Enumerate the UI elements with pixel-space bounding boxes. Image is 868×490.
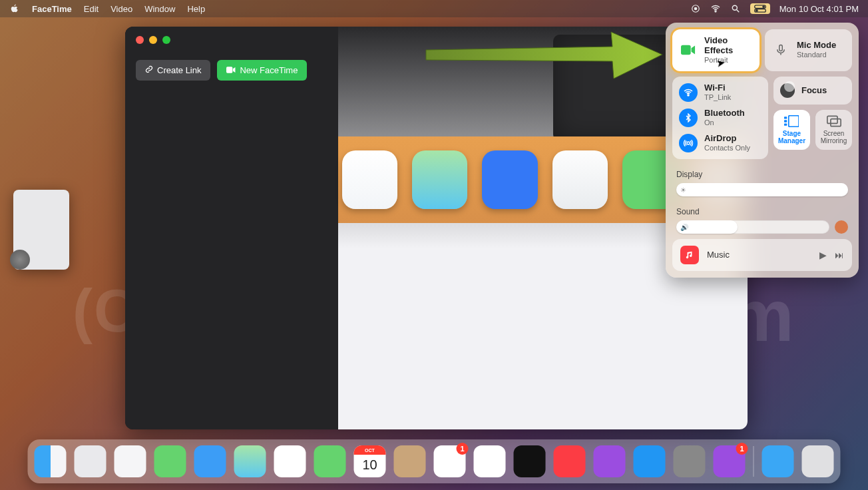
app-badge: 1: [736, 443, 748, 455]
wifi-icon: [679, 83, 698, 102]
apple-menu-icon[interactable]: [9, 3, 20, 14]
new-facetime-button[interactable]: New FaceTime: [217, 60, 307, 81]
music-card: Music ▶ ⏭: [672, 239, 852, 271]
window-controls: [136, 36, 170, 44]
screen-mirroring-tile[interactable]: ScreenMirroring: [815, 110, 852, 150]
wifi-title: Wi-Fi: [704, 83, 731, 93]
svg-rect-16: [784, 123, 787, 125]
calendar-day: 10: [354, 455, 386, 475]
dock-mail[interactable]: [194, 445, 226, 477]
svg-point-13: [687, 142, 690, 144]
svg-rect-19: [830, 119, 840, 126]
bluetooth-icon: [679, 109, 698, 127]
svg-point-12: [688, 95, 689, 96]
wifi-icon[interactable]: [710, 3, 721, 14]
dock-launchpad[interactable]: [75, 445, 107, 477]
dock-trash[interactable]: [802, 445, 834, 477]
dock-facetime[interactable]: [314, 445, 346, 477]
audio-output-icon[interactable]: [835, 220, 848, 234]
mic-mode-sub: Standard: [797, 51, 836, 59]
dock-system-settings[interactable]: [674, 445, 706, 477]
wifi-item[interactable]: Wi-Fi TP_Link: [679, 83, 761, 102]
create-link-button[interactable]: Create Link: [136, 60, 210, 81]
music-next-button[interactable]: ⏭: [835, 250, 844, 260]
video-effects-sub: Portrait: [704, 56, 753, 65]
dock-icon: [482, 150, 537, 209]
minimize-button[interactable]: [149, 36, 157, 44]
focus-icon: [780, 83, 795, 98]
spotlight-icon[interactable]: [730, 3, 741, 14]
facetime-sidebar: Create Link New FaceTime: [125, 27, 338, 429]
dock-app[interactable]: 1: [714, 445, 746, 477]
reminders-badge: 1: [457, 443, 469, 455]
dock-messages[interactable]: [154, 445, 186, 477]
dock-downloads[interactable]: [762, 445, 794, 477]
dock-tv[interactable]: [514, 445, 546, 477]
close-button[interactable]: [136, 36, 144, 44]
dock-notes[interactable]: [474, 445, 506, 477]
svg-point-6: [763, 6, 765, 8]
focus-title: Focus: [801, 85, 827, 95]
svg-line-4: [737, 10, 740, 13]
dock-podcasts[interactable]: [594, 445, 626, 477]
music-title: Music: [707, 250, 811, 260]
svg-rect-9: [226, 67, 232, 73]
dock-maps[interactable]: [234, 445, 266, 477]
bluetooth-sub: On: [704, 119, 745, 127]
sound-slider[interactable]: 🔊: [676, 220, 829, 234]
menu-edit[interactable]: Edit: [84, 4, 99, 14]
svg-point-3: [732, 5, 737, 10]
svg-rect-10: [681, 45, 691, 55]
airdrop-item[interactable]: AirDrop Contacts Only: [679, 134, 761, 152]
stage-manager-tile[interactable]: StageManager: [773, 110, 810, 150]
display-label: Display: [676, 170, 848, 179]
dock-contacts[interactable]: [394, 445, 426, 477]
link-icon: [145, 65, 153, 75]
menu-window[interactable]: Window: [144, 4, 175, 14]
svg-rect-17: [789, 115, 799, 126]
create-link-label: Create Link: [157, 65, 201, 75]
dock-finder[interactable]: [35, 445, 67, 477]
video-effects-icon: [679, 41, 698, 59]
system-settings-thumb-icon: [10, 250, 30, 270]
app-menu[interactable]: FaceTime: [32, 4, 72, 14]
control-center-panel: Video Effects Portrait Mic Mode Standard…: [666, 23, 859, 278]
dock-icon: [552, 150, 608, 209]
display-slider[interactable]: ☀: [676, 183, 848, 196]
video-effects-title: Video Effects: [704, 36, 753, 56]
bluetooth-title: Bluetooth: [704, 109, 745, 119]
maximize-button[interactable]: [162, 36, 170, 44]
music-play-button[interactable]: ▶: [819, 250, 827, 260]
brightness-icon: ☀: [680, 186, 686, 193]
bluetooth-item[interactable]: Bluetooth On: [679, 109, 761, 127]
svg-point-1: [694, 7, 697, 11]
focus-card[interactable]: Focus: [773, 77, 852, 105]
menu-bar: FaceTime Edit Video Window Help Mon 10 O…: [0, 0, 868, 17]
mic-mode-icon: [771, 41, 790, 59]
menu-video[interactable]: Video: [110, 4, 132, 14]
volume-icon: 🔊: [680, 223, 688, 230]
stage-manager-icon: [784, 115, 799, 127]
facetime-window: Create Link New FaceTime: [125, 27, 748, 429]
wifi-sub: TP_Link: [704, 93, 731, 102]
screen-mirroring-label: ScreenMirroring: [821, 130, 847, 144]
dock-safari[interactable]: [114, 445, 146, 477]
dock-appstore[interactable]: [634, 445, 666, 477]
svg-point-2: [715, 11, 716, 12]
svg-rect-18: [827, 116, 837, 123]
svg-rect-11: [779, 45, 783, 51]
screen-recording-icon[interactable]: [690, 3, 701, 14]
sound-label: Sound: [676, 207, 848, 216]
screen-mirroring-icon: [827, 115, 841, 127]
datetime[interactable]: Mon 10 Oct 4:01 PM: [779, 4, 859, 14]
dock-icon: [342, 150, 397, 209]
control-center-icon[interactable]: [750, 3, 770, 14]
airdrop-sub: Contacts Only: [704, 144, 750, 152]
dock-music[interactable]: [554, 445, 586, 477]
dock-reminders[interactable]: 1: [434, 445, 466, 477]
new-facetime-label: New FaceTime: [240, 65, 298, 75]
menu-help[interactable]: Help: [187, 4, 205, 14]
dock-photos[interactable]: [274, 445, 306, 477]
dock-calendar[interactable]: OCT 10: [354, 445, 386, 477]
mic-mode-card[interactable]: Mic Mode Standard: [765, 29, 852, 71]
